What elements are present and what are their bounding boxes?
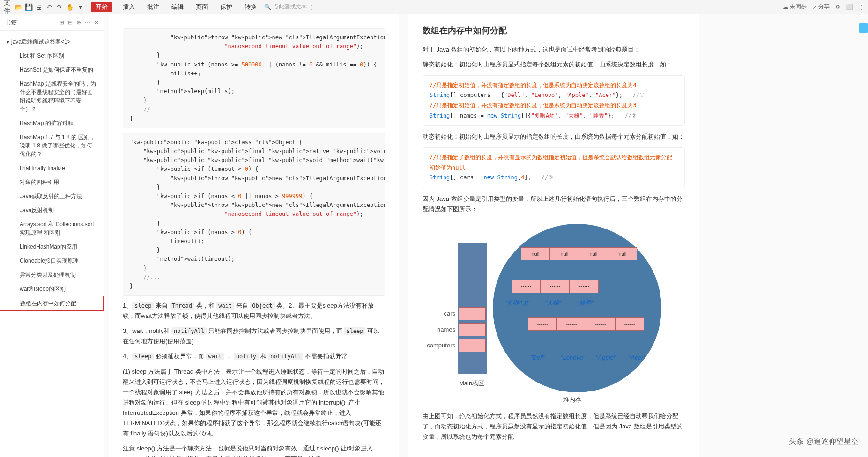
toc-item[interactable]: HashMap 1.7 与 1.8 的 区别，说明 1.8 做了哪些优化，如何优… (0, 130, 104, 161)
collapse-all-icon[interactable]: ⊟ (68, 19, 73, 26)
paragraph: 4、sleep 必须捕获异常，而 wait ， notify 和 notifyA… (123, 351, 385, 361)
toc-item[interactable]: HashMap 的扩容过程 (0, 116, 104, 130)
paragraph: 3、wait，notify和 notifyAll 只能在同步控制方法或者同步控制… (123, 326, 385, 346)
chevron-down-icon: ▾ (7, 37, 9, 46)
toc-item[interactable]: LinkedHashMap的应用 (0, 240, 104, 254)
toc-item[interactable]: wait和sleep的区别 (0, 282, 104, 296)
toc-item[interactable]: 异常分类以及处理机制 (0, 268, 104, 282)
badge-icon[interactable] (859, 23, 868, 33)
page-left: "kw-public">throw "kw-public">new "cls">… (109, 14, 399, 457)
undo-icon[interactable]: ↶ (45, 3, 53, 11)
tab-convert[interactable]: 转换 (243, 2, 259, 12)
toc-item[interactable]: Java获取反射的三种方法 (0, 189, 104, 203)
paragraph: 注意 sleep() 方法是一个静态方法，也就是说他只对当前对象有效，通过 t.… (123, 443, 385, 457)
more-icon[interactable]: ⋮ (859, 4, 864, 10)
code-box: //只是指定了数组的长度，并没有显示的为数组指定初始值，但是系统会默认给数组数组… (423, 147, 685, 188)
sidebar-title: 书签 (5, 18, 17, 27)
menu-tabs: 开始 插入 批注 编辑 页面 保护 转换 (91, 2, 259, 12)
window-icon[interactable]: ⬜ (846, 4, 853, 10)
redo-icon[interactable]: ↷ (55, 3, 64, 11)
toc-item[interactable]: Cloneable接口实现原理 (0, 254, 104, 268)
toc-root[interactable]: ▾java后端面试题答案<1> (0, 35, 104, 49)
toc-item[interactable]: Arrays.sort 和 Collections.sort 实现原理 和区别 (0, 217, 104, 240)
toc-item[interactable]: HashMap 是线程安全的吗，为什么不是线程安全的（最好画图说明多线程环境下不… (0, 77, 104, 116)
sync-status[interactable]: ☁ 未同步 (783, 3, 807, 11)
menu-file[interactable]: 文件 (4, 3, 12, 11)
page-right: 数组在内存中如何分配 对于 Java 数组的初始化，有以下两种方式，这也是面试中… (408, 14, 699, 457)
paragraph: 由上图可知，静态初始化方式，程序员虽然没有指定数组长度，但是系统已经自动帮我们给… (423, 411, 685, 442)
paragraph: 1、sleep 来自 Thread 类，和 wait 来自 Object 类。2… (123, 301, 385, 321)
tab-page[interactable]: 页面 (194, 2, 210, 12)
top-toolbar: 文件 📂 💾 🖨 ↶ ↷ ✋ ▾ 开始 插入 批注 编辑 页面 保护 转换 🔍 … (0, 0, 868, 14)
bookmarks-sidebar: 书签 ⊞ ⊟ ⊕ ⋯ ✕ ▾java后端面试题答案<1> List 和 Set … (0, 14, 104, 457)
paragraph: 动态初始化：初始化时由程序员显示的指定数组的长度，由系统为数据每个元素分配初始值… (423, 132, 685, 142)
search-box[interactable]: 🔍 点此查找文本 ⋮ (264, 3, 314, 11)
share-button[interactable]: ↗ 分享 (812, 3, 830, 11)
toc-item[interactable]: 对象的四种引用 (0, 175, 104, 189)
open-icon[interactable]: 📂 (14, 3, 22, 11)
paragraph: 对于 Java 数组的初始化，有以下两种方式，这也是面试中经常考到的经典题目： (423, 44, 685, 55)
toc-item[interactable]: List 和 Set 的区别 (0, 49, 104, 63)
tab-edit[interactable]: 编辑 (170, 2, 185, 12)
watermark: 头条 @追逐仰望星空 (789, 435, 859, 448)
settings-icon[interactable]: ⚙ (835, 4, 840, 10)
tab-protect[interactable]: 保护 (218, 2, 234, 12)
code-block-1: "kw-public">throw "kw-public">new "cls">… (123, 28, 385, 128)
hand-icon[interactable]: ✋ (66, 3, 74, 11)
options-icon[interactable]: ⋯ (85, 19, 90, 26)
toc-list: ▾java后端面试题答案<1> List 和 Set 的区别HashSet 是如… (0, 31, 104, 457)
toc-item[interactable]: final finally finalize (0, 161, 104, 175)
search-icon: 🔍 (264, 4, 271, 10)
expand-all-icon[interactable]: ⊞ (59, 19, 64, 26)
toc-item[interactable]: HashSet 是如何保证不重复的 (0, 63, 104, 77)
toc-item[interactable]: 数组在内存中如何分配 (0, 296, 104, 311)
paragraph: 静态初始化：初始化时由程序员显式指定每个数组元素的初始值，由系统决定数组长度，如… (423, 59, 685, 70)
code-box: //只是指定初始值，并没有指定数组的长度，但是系统为自动决定该数组的长度为4 S… (423, 75, 685, 126)
dropdown-icon[interactable]: ▾ (76, 3, 84, 11)
toolbar-right: ☁ 未同步 ↗ 分享 ⚙ ⬜ ⋮ (783, 3, 864, 11)
document-viewport[interactable]: "kw-public">throw "kw-public">new "cls">… (104, 14, 868, 457)
search-more-icon: ⋮ (309, 4, 314, 10)
add-bookmark-icon[interactable]: ⊕ (76, 19, 81, 26)
code-block-2: "kw-public">public "kw-public">class "cl… (123, 133, 385, 296)
tab-insert[interactable]: 插入 (121, 2, 137, 12)
save-icon[interactable]: 💾 (24, 3, 33, 11)
close-sidebar-icon[interactable]: ✕ (94, 19, 99, 26)
section-title: 数组在内存中如何分配 (423, 23, 685, 38)
memory-diagram: cars names computers null null null null (423, 224, 685, 402)
paragraph: (1) sleep 方法属于 Thread 类中方法，表示让一个线程进入睡眠状态… (123, 367, 385, 439)
paragraph: 因为 Java 数组变量是引用类型的变量，所以上述几行初始化语句执行后，三个数组… (423, 194, 685, 214)
sidebar-header: 书签 ⊞ ⊟ ⊕ ⋯ ✕ (0, 14, 104, 31)
tab-comment[interactable]: 批注 (145, 2, 161, 12)
toc-item[interactable]: Java反射机制 (0, 203, 104, 217)
print-icon[interactable]: 🖨 (35, 3, 43, 11)
tab-start[interactable]: 开始 (91, 2, 112, 12)
search-placeholder: 点此查找文本 (273, 3, 307, 11)
